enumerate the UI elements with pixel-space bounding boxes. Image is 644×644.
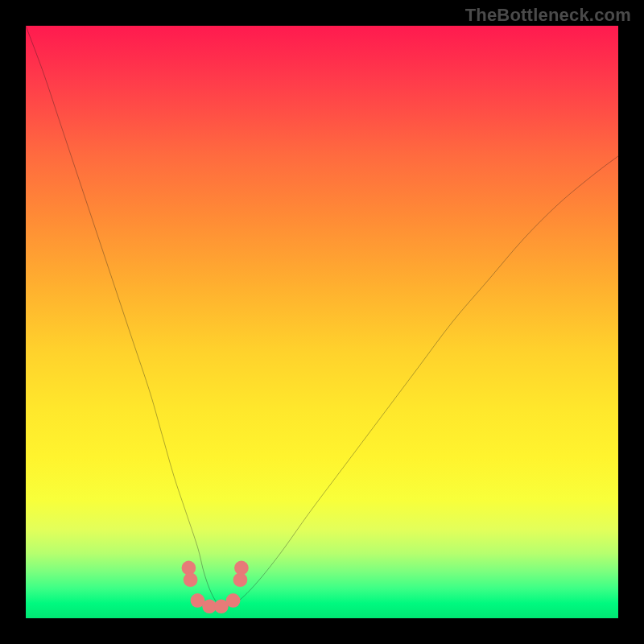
trough-marker: [234, 561, 249, 576]
watermark-text: TheBottleneck.com: [465, 5, 631, 26]
chart-frame: TheBottleneck.com: [0, 0, 644, 644]
bottleneck-curve-path: [26, 26, 618, 607]
plot-area: [26, 26, 618, 618]
bottleneck-curve-svg: [26, 26, 618, 618]
trough-markers: [182, 561, 249, 614]
trough-marker: [184, 572, 198, 587]
trough-marker: [226, 593, 241, 608]
